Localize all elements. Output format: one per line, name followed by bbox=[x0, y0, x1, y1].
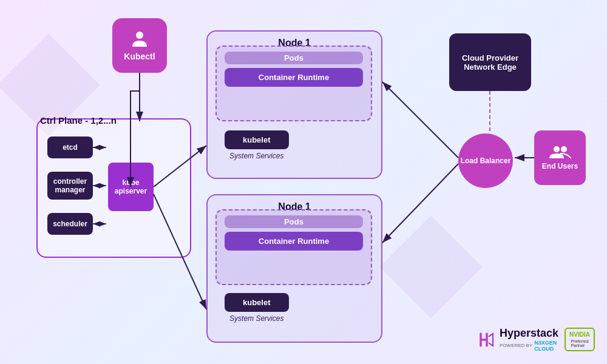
ctrl-plane-title: Ctrl Plane - 1,2...n bbox=[36, 115, 120, 126]
scheduler-box: scheduler bbox=[47, 213, 93, 235]
nvidia-label: NVIDIA bbox=[569, 331, 590, 338]
end-users-box: End Users bbox=[534, 130, 586, 185]
pods-area-bottom: Pods Container Runtime bbox=[215, 209, 372, 285]
system-services-top: System Services bbox=[229, 152, 283, 160]
diagram-container: Kubectl Ctrl Plane - 1,2...n etcd contro… bbox=[0, 0, 607, 364]
svg-point-0 bbox=[136, 32, 143, 39]
pods-label-top: Pods bbox=[225, 52, 364, 64]
pods-area-top: Pods Container Runtime bbox=[215, 46, 372, 121]
kubelet-area-top: kubelet System Services bbox=[225, 130, 289, 160]
svg-point-2 bbox=[561, 146, 567, 152]
branding-area: Hyperstack POWERED BY N3XGENCLOUD NVIDIA… bbox=[478, 327, 595, 352]
pods-label-bottom: Pods bbox=[225, 215, 364, 228]
system-services-bottom: System Services bbox=[229, 314, 283, 323]
kubelet-box-bottom: kubelet bbox=[225, 293, 289, 312]
preferred-partner-label: PreferredPartner bbox=[571, 339, 588, 348]
load-balancer-circle: Load Balancer bbox=[458, 133, 513, 188]
n3xgen-label: N3XGENCLOUD bbox=[534, 340, 557, 352]
controller-manager-box: controller manager bbox=[47, 172, 93, 200]
etcd-box: etcd bbox=[47, 136, 93, 158]
kubectl-box: Kubectl bbox=[112, 18, 167, 73]
hyperstack-logo-mark bbox=[478, 331, 496, 349]
kubelet-box-top: kubelet bbox=[225, 130, 289, 149]
nvidia-badge: NVIDIA PreferredPartner bbox=[565, 328, 595, 351]
end-users-label: End Users bbox=[542, 162, 578, 170]
cloud-provider-box: Cloud Provider Network Edge bbox=[449, 33, 531, 91]
container-runtime-bottom: Container Runtime bbox=[225, 232, 364, 251]
kubelet-area-bottom: kubelet System Services bbox=[225, 293, 289, 323]
container-runtime-top: Container Runtime bbox=[225, 68, 364, 87]
hyperstack-label: Hyperstack bbox=[500, 327, 558, 340]
svg-point-1 bbox=[554, 146, 560, 152]
users-icon bbox=[549, 145, 571, 160]
svg-line-12 bbox=[382, 82, 458, 158]
bg-diamond-1 bbox=[379, 215, 483, 318]
person-icon bbox=[130, 30, 149, 49]
powered-by-text: POWERED BY bbox=[500, 343, 532, 349]
kube-apiserver-box: kube apiserver bbox=[108, 163, 154, 211]
hyperstack-logo: Hyperstack POWERED BY N3XGENCLOUD bbox=[478, 327, 558, 352]
kubectl-label: Kubectl bbox=[124, 52, 155, 61]
